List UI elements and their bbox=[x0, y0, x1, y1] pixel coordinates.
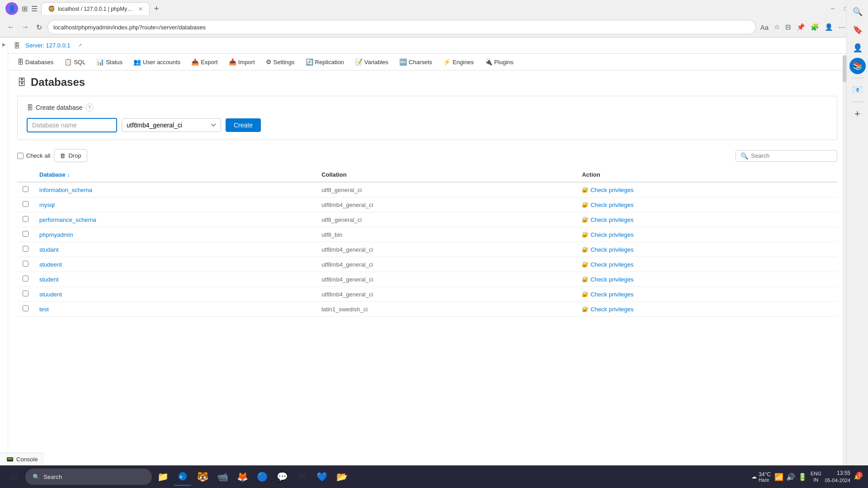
taskbar-firefox[interactable]: 🦊 bbox=[233, 468, 251, 486]
check-privileges-link[interactable]: 🔐 Check privileges bbox=[582, 246, 633, 253]
weather-widget[interactable]: ☁ 34°C Haze bbox=[751, 471, 771, 483]
taskbar-folder[interactable]: 📂 bbox=[333, 468, 351, 486]
sidebar-mail-icon[interactable]: 📧 bbox=[849, 82, 866, 98]
profile-avatar[interactable]: 👤 bbox=[5, 2, 18, 15]
minimize-button[interactable]: ─ bbox=[828, 4, 837, 13]
header-expand-icon[interactable]: ↗ bbox=[78, 42, 82, 48]
read-mode-icon[interactable]: Aa bbox=[760, 23, 769, 32]
pin-tab-icon[interactable]: 📌 bbox=[796, 22, 806, 32]
collation-select[interactable]: utf8mb4_general_ci bbox=[122, 118, 221, 132]
row-checkbox[interactable] bbox=[23, 276, 28, 282]
back-button[interactable]: ← bbox=[5, 21, 16, 33]
row-checkbox[interactable] bbox=[23, 186, 28, 192]
volume-icon[interactable]: 🔊 bbox=[786, 473, 795, 481]
database-link[interactable]: information_schema bbox=[39, 187, 92, 193]
taskbar-edge-browser[interactable]: e bbox=[174, 468, 192, 486]
check-privileges-link[interactable]: 🔐 Check privileges bbox=[582, 276, 633, 283]
extensions-icon[interactable]: 🧩 bbox=[810, 22, 820, 32]
menu-icon[interactable]: ⋯ bbox=[838, 22, 846, 32]
taskbar-search[interactable]: 🔍 Search bbox=[25, 469, 152, 485]
sidebar-user-icon[interactable]: 👤 bbox=[849, 40, 866, 56]
taskbar-tiger[interactable]: 🐯 bbox=[193, 468, 212, 486]
database-link[interactable]: studant bbox=[39, 246, 59, 253]
system-indicators: 📶 🔊 🔋 bbox=[774, 473, 807, 481]
split-screen-icon[interactable]: ⊟ bbox=[784, 22, 792, 32]
nav-replication[interactable]: 🔄 Replication bbox=[300, 56, 349, 68]
notification-bell[interactable]: 🔔 1 bbox=[854, 474, 861, 480]
check-privileges-link[interactable]: 🔐 Check privileges bbox=[582, 261, 633, 268]
row-checkbox[interactable] bbox=[23, 201, 28, 207]
check-privileges-link[interactable]: 🔐 Check privileges bbox=[582, 187, 633, 193]
taskbar-file-explorer[interactable]: 📁 bbox=[154, 468, 172, 486]
nav-export[interactable]: 📤 Export bbox=[186, 56, 223, 68]
nav-sql[interactable]: 📋 SQL bbox=[59, 56, 91, 68]
active-tab[interactable]: 🦁 localhost / 127.0.0.1 | phpMyAdm... ✕ bbox=[41, 2, 150, 15]
language-indicator[interactable]: ENGIN bbox=[811, 470, 821, 483]
check-all-checkbox[interactable] bbox=[17, 153, 24, 159]
database-link[interactable]: student bbox=[39, 276, 59, 283]
taskbar-mail[interactable]: ✉ bbox=[293, 468, 311, 486]
row-checkbox[interactable] bbox=[23, 231, 28, 237]
database-link[interactable]: stuudent bbox=[39, 291, 62, 298]
sidebar-search-icon[interactable]: 🔍 bbox=[849, 4, 866, 20]
taskbar-video[interactable]: 📹 bbox=[213, 468, 231, 486]
row-checkbox[interactable] bbox=[23, 246, 28, 252]
nav-databases[interactable]: 🗄 Databases bbox=[12, 56, 59, 68]
nav-import[interactable]: 📥 Import bbox=[223, 56, 260, 68]
forward-button[interactable]: → bbox=[20, 21, 31, 33]
check-privileges-link[interactable]: 🔐 Check privileges bbox=[582, 216, 633, 223]
nav-engines[interactable]: ⚡ Engines bbox=[438, 56, 479, 68]
scroll-bar[interactable] bbox=[843, 55, 846, 465]
taskbar-chrome[interactable]: 🔵 bbox=[253, 468, 271, 486]
wifi-icon[interactable]: 📶 bbox=[774, 473, 783, 481]
search-input[interactable] bbox=[751, 152, 832, 159]
check-privileges-link[interactable]: 🔐 Check privileges bbox=[582, 231, 633, 238]
create-database-button[interactable]: Create bbox=[226, 118, 261, 132]
edge-profile-icon[interactable]: 👤 bbox=[824, 22, 834, 32]
start-button[interactable]: ⊞ bbox=[4, 467, 24, 487]
nav-user-accounts[interactable]: 👥 User accounts bbox=[128, 56, 186, 68]
database-link[interactable]: test bbox=[39, 306, 49, 313]
clock[interactable]: 13:55 05-04-2024 bbox=[825, 469, 850, 484]
row-checkbox[interactable] bbox=[23, 291, 28, 296]
row-checkbox[interactable] bbox=[23, 216, 28, 222]
drop-button[interactable]: 🗑 Drop bbox=[54, 149, 87, 162]
nav-status[interactable]: 📊 Status bbox=[91, 56, 128, 68]
console-bar[interactable]: 📟 Console bbox=[0, 453, 44, 465]
check-privileges-link[interactable]: 🔐 Check privileges bbox=[582, 202, 633, 208]
row-checkbox[interactable] bbox=[23, 261, 28, 267]
taskbar-vscode[interactable]: 💙 bbox=[313, 468, 331, 486]
pma-page-content: 🗄 Databases 🗄 Create database ? utf8mb4_… bbox=[8, 70, 846, 322]
check-privileges-link[interactable]: 🔐 Check privileges bbox=[582, 291, 633, 298]
table-row: performance_schema utf8_general_ci 🔐 Che… bbox=[17, 212, 837, 227]
scroll-thumb[interactable] bbox=[843, 55, 846, 82]
vertical-tabs-icon[interactable]: ☰ bbox=[31, 5, 38, 13]
nav-plugins[interactable]: 🔌 Plugins bbox=[479, 56, 519, 68]
tab-close-icon[interactable]: ✕ bbox=[138, 6, 143, 12]
server-link[interactable]: Server: 127.0.0.1 bbox=[22, 40, 74, 51]
database-name-input[interactable] bbox=[27, 118, 117, 132]
col-database[interactable]: Database ↕ bbox=[34, 168, 316, 182]
row-checkbox[interactable] bbox=[23, 305, 28, 311]
sidebar-add-icon[interactable]: + bbox=[849, 106, 866, 122]
check-all-label[interactable]: Check all bbox=[17, 152, 50, 159]
nav-charsets[interactable]: 🔤 Charsets bbox=[394, 56, 438, 68]
sidebar-favorites-icon[interactable]: 🔖 bbox=[849, 22, 866, 38]
favorites-icon[interactable]: ☆ bbox=[773, 22, 781, 32]
battery-icon[interactable]: 🔋 bbox=[798, 473, 807, 481]
check-privileges-link[interactable]: 🔐 Check privileges bbox=[582, 306, 633, 313]
help-icon[interactable]: ? bbox=[85, 103, 94, 112]
sidebar-collections-icon[interactable]: 📚 bbox=[849, 58, 866, 74]
sort-database-link[interactable]: Database ↕ bbox=[39, 171, 311, 178]
nav-settings[interactable]: ⚙ Settings bbox=[260, 56, 300, 68]
nav-variables[interactable]: 📝 Variables bbox=[349, 56, 394, 68]
database-link[interactable]: performance_schema bbox=[39, 216, 96, 223]
taskbar-whatsapp[interactable]: 💬 bbox=[273, 468, 291, 486]
tab-manager-icon[interactable]: ⊞ bbox=[22, 5, 28, 13]
new-tab-button[interactable]: + bbox=[150, 1, 164, 16]
strip-collapse-icon[interactable]: ▶ bbox=[2, 42, 6, 47]
database-link[interactable]: phpmyadmin bbox=[39, 231, 73, 238]
database-link[interactable]: mysql bbox=[39, 202, 55, 208]
refresh-button[interactable]: ↻ bbox=[34, 21, 44, 33]
database-link[interactable]: studeent bbox=[39, 261, 62, 268]
